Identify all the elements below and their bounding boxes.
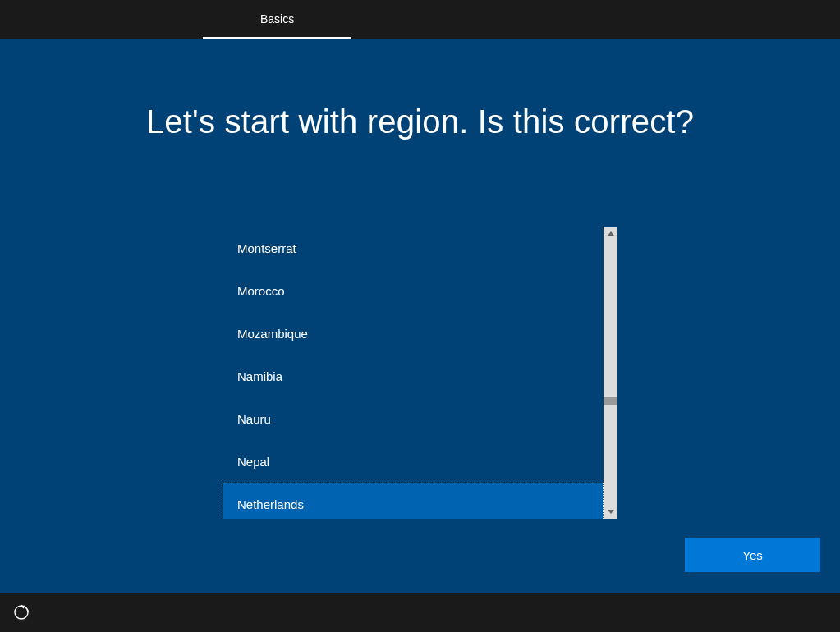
- scroll-thumb[interactable]: [604, 397, 617, 405]
- region-label: Mozambique: [237, 327, 308, 341]
- region-item-montserrat[interactable]: Montserrat: [223, 227, 604, 269]
- region-item-nauru[interactable]: Nauru: [223, 397, 604, 440]
- scrollbar[interactable]: [604, 227, 617, 519]
- region-label: Netherlands: [237, 497, 304, 511]
- region-item-mozambique[interactable]: Mozambique: [223, 312, 604, 355]
- region-label: Morocco: [237, 284, 285, 298]
- scroll-up-icon[interactable]: [604, 227, 617, 240]
- tab-label: Basics: [260, 12, 294, 25]
- region-item-netherlands[interactable]: Netherlands: [223, 483, 604, 519]
- region-item-namibia[interactable]: Namibia: [223, 355, 604, 397]
- region-list-wrapper: Montserrat Morocco Mozambique Namibia Na…: [223, 227, 617, 519]
- region-label: Nauru: [237, 412, 271, 426]
- region-item-morocco[interactable]: Morocco: [223, 269, 604, 312]
- ease-of-access-icon[interactable]: [13, 604, 30, 621]
- tab-spacer: [0, 0, 203, 39]
- scroll-down-icon[interactable]: [604, 505, 617, 519]
- tab-basics[interactable]: Basics: [203, 0, 351, 39]
- main-content: Let's start with region. Is this correct…: [0, 39, 840, 519]
- region-label: Montserrat: [237, 241, 296, 255]
- top-bar: Basics: [0, 0, 840, 39]
- page-title: Let's start with region. Is this correct…: [0, 103, 840, 140]
- region-list[interactable]: Montserrat Morocco Mozambique Namibia Na…: [223, 227, 604, 519]
- region-label: Namibia: [237, 369, 282, 383]
- region-label: Nepal: [237, 455, 269, 469]
- yes-button[interactable]: Yes: [685, 538, 820, 572]
- yes-label: Yes: [742, 548, 762, 562]
- bottom-bar: [0, 593, 840, 632]
- region-item-nepal[interactable]: Nepal: [223, 440, 604, 483]
